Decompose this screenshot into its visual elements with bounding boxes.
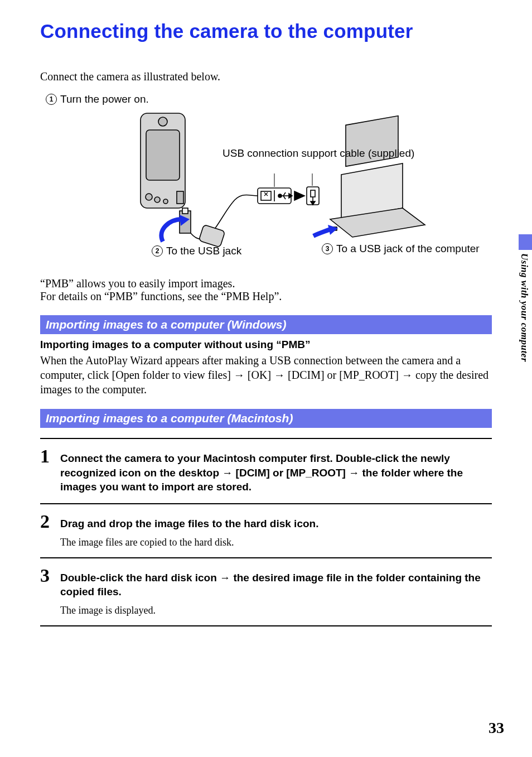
svg-rect-6: [177, 191, 183, 204]
circle-number-icon: 1: [46, 94, 57, 105]
side-tab: Using with your computer: [519, 234, 532, 362]
mac-steps: 1 Connect the camera to your Macintosh c…: [40, 438, 492, 626]
svg-rect-8: [182, 208, 188, 214]
step-number: 1: [40, 447, 56, 466]
pmb-line-1: “PMB” allows you to easily import images…: [40, 277, 492, 290]
step-title: Double-click the hard disk icon → the de…: [60, 571, 492, 599]
circle-number-icon: 3: [322, 243, 333, 254]
step-number: 3: [40, 566, 56, 585]
step-description: The image is displayed.: [60, 605, 492, 616]
svg-point-2: [158, 117, 167, 126]
callout-usb-jack: 2 To the USB jack: [152, 245, 241, 257]
callout-usb-jack-text: To the USB jack: [166, 245, 241, 257]
svg-rect-10: [199, 225, 225, 248]
intro-text: Connect the camera as illustrated below.: [40, 70, 492, 83]
svg-point-3: [146, 194, 152, 200]
section-heading-windows: Importing images to a computer (Windows): [40, 315, 492, 334]
step-item: 3 Double-click the hard disk icon → the …: [40, 557, 492, 626]
step-title: Connect the camera to your Macintosh com…: [60, 451, 492, 494]
svg-rect-1: [146, 130, 180, 180]
side-tab-label: Using with your computer: [519, 253, 530, 362]
step-description: The image files are copied to the hard d…: [60, 537, 492, 548]
pmb-line-2: For details on “PMB” functions, see the …: [40, 290, 492, 303]
diagram-svg: [90, 108, 481, 264]
step-item: 2 Drag and drop the image files to the h…: [40, 503, 492, 557]
callout-power-text: Turn the power on.: [60, 93, 149, 105]
svg-marker-19: [294, 191, 304, 200]
step-title: Drag and drop the image files to the har…: [60, 517, 492, 531]
cable-label: USB connection support cable (supplied): [223, 147, 414, 160]
step-item: 1 Connect the camera to your Macintosh c…: [40, 438, 492, 503]
svg-point-5: [163, 199, 168, 204]
page-number: 33: [489, 719, 504, 737]
callout-computer-usb: 3 To a USB jack of the computer: [322, 243, 480, 255]
svg-point-4: [154, 197, 160, 202]
circle-number-icon: 2: [152, 245, 163, 257]
side-tab-marker-icon: [519, 234, 532, 250]
windows-paragraph: When the AutoPlay Wizard appears after m…: [40, 353, 492, 397]
svg-rect-12: [261, 191, 271, 200]
section-heading-macintosh: Importing images to a computer (Macintos…: [40, 409, 492, 428]
connection-diagram: USB connection support cable (supplied) …: [90, 108, 481, 264]
callout-computer-usb-text: To a USB jack of the computer: [336, 243, 480, 255]
page-title: Connecting the camera to the computer: [40, 20, 492, 42]
step-number: 2: [40, 512, 56, 531]
callout-power: 1 Turn the power on.: [46, 93, 492, 105]
svg-marker-18: [289, 194, 292, 198]
subheading-without-pmb: Importing images to a computer without u…: [40, 339, 492, 351]
